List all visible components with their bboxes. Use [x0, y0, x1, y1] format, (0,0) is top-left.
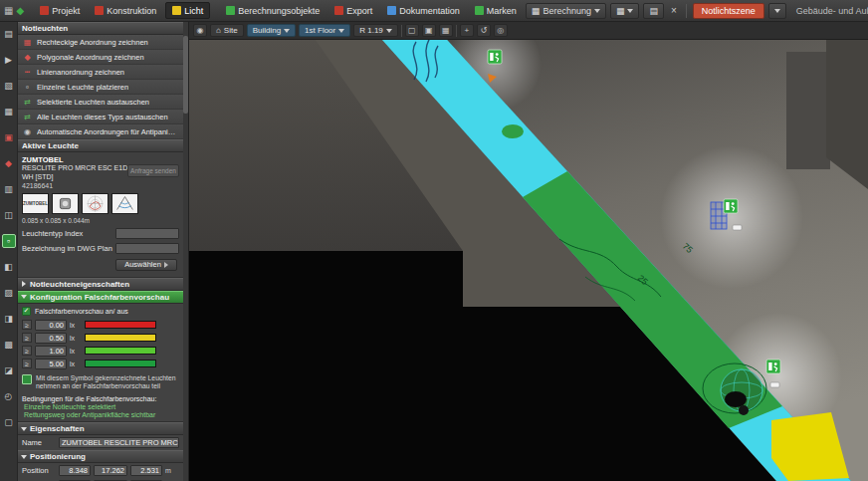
rail-luminaire-tool[interactable]: ◧: [2, 260, 16, 274]
brand-logo-thumbnail: ZUMTOBEL: [22, 193, 49, 214]
condition-2: Rettungsweg oder Antipanikfläche sichtba…: [22, 411, 179, 418]
tool-polygonale-anordnung[interactable]: ◆ Polygonale Anordnung zeichnen: [18, 50, 183, 65]
single-luminaire-icon: ▫: [22, 83, 33, 92]
floor-dropdown[interactable]: 1st Floor: [299, 24, 350, 37]
rail-texture-tool[interactable]: ▨: [2, 286, 16, 300]
tool-automatische-anordnungen[interactable]: ◉ Automatische Anordnungen für Antipanik…: [18, 124, 183, 139]
eigenschaften-header[interactable]: Eigenschaften: [18, 422, 183, 435]
tab-marken[interactable]: Marken: [469, 2, 523, 19]
emergency-exit-icon[interactable]: [488, 50, 502, 64]
tab-export[interactable]: Export: [328, 2, 378, 19]
rail-emergency-light-tool[interactable]: ▫: [2, 234, 16, 248]
rail-extra-tool[interactable]: ▢: [2, 415, 16, 429]
rail-surface-tool[interactable]: ▥: [2, 182, 16, 196]
swap-all-icon: ⇄: [22, 113, 33, 121]
rail-construction-tool[interactable]: ▧: [2, 79, 16, 93]
threshold-color-swatch[interactable]: [85, 321, 156, 329]
threshold-color-swatch[interactable]: [85, 360, 156, 367]
panel-scrollbar[interactable]: [183, 22, 188, 481]
position-y-input[interactable]: 17.262: [94, 465, 127, 476]
context-mode-label: Gebäude- und Außen...: [796, 6, 868, 16]
rail-pointer-tool[interactable]: ▶: [2, 53, 16, 67]
threshold-unit: lx: [70, 322, 82, 329]
berechnung-button[interactable]: ▦ Berechnung: [526, 3, 606, 19]
app-grid-icon[interactable]: ▦: [4, 5, 13, 17]
rail-layer-tool[interactable]: ▩: [2, 338, 16, 352]
wall-luminaire[interactable]: [770, 382, 779, 387]
rotate-view-icon[interactable]: ↺: [477, 24, 491, 37]
notleuchteneigenschaften-header[interactable]: Notleuchteneigenschaften: [18, 278, 183, 291]
scene-render[interactable]: 75 25 25: [189, 40, 868, 481]
tool-einzelne-leuchte[interactable]: ▫ Einzelne Leuchte platzieren: [18, 80, 183, 95]
notlichtszene-button[interactable]: Notlichtszene: [693, 3, 764, 19]
threshold-value-input[interactable]: 0.00: [35, 320, 67, 331]
wall-luminaire[interactable]: [733, 225, 742, 230]
threshold-row: ≥ 0.00 lx: [22, 319, 179, 332]
falschfarben-toggle-label: Falschfarbenvorschau an/ aus: [35, 308, 128, 315]
scene-dropdown[interactable]: [768, 3, 786, 19]
tab-berechnungsobjekte[interactable]: Berechnungsobjekte: [220, 2, 326, 19]
room-dropdown[interactable]: R 1.19: [353, 24, 398, 37]
tab-projekt[interactable]: Projekt: [34, 2, 86, 19]
berechnungsobjekte-icon: [226, 6, 235, 15]
tool-label: Alle Leuchten dieses Typs austauschen: [37, 113, 168, 121]
panel-title: Notleuchten: [18, 22, 183, 35]
view-frame-icon[interactable]: ▢: [405, 24, 419, 37]
threshold-value-input[interactable]: 5.00: [35, 359, 67, 369]
threshold-color-swatch[interactable]: [85, 334, 156, 342]
position-z-input[interactable]: 2.531: [130, 465, 162, 476]
rail-view-tool[interactable]: ◪: [2, 363, 16, 377]
rail-marker-tool[interactable]: ◆: [2, 156, 16, 170]
falschfarben-toggle-checkbox[interactable]: ✓: [22, 307, 31, 316]
dwg-bezeichnung-input[interactable]: [115, 243, 179, 254]
luminaire-thumbnails: ZUMTOBEL: [22, 193, 179, 214]
position-x-input[interactable]: 8.348: [59, 465, 91, 476]
zoom-in-icon[interactable]: +: [460, 24, 474, 37]
orbit-view-icon[interactable]: ◎: [494, 24, 508, 37]
threshold-color-swatch[interactable]: [85, 347, 156, 355]
viewport-3d[interactable]: ◉ ⌂ Site Building 1st Floor R 1.19 ▢ ▣ ▦: [189, 22, 868, 481]
tool-rechteckige-anordnung[interactable]: ▦ Rechteckige Anordnung zeichnen: [18, 35, 183, 50]
site-button[interactable]: ⌂ Site: [210, 24, 244, 37]
rail-clock-tool[interactable]: ◴: [2, 389, 16, 403]
threshold-value-input[interactable]: 1.00: [35, 346, 67, 357]
calc-options-button[interactable]: ▦: [610, 3, 640, 19]
notleuchten-panel: Notleuchten ▦ Rechteckige Anordnung zeic…: [18, 22, 189, 481]
view-grid-icon[interactable]: ▦: [439, 24, 453, 37]
rail-select-tool[interactable]: ▤: [2, 27, 16, 41]
position-label: Position: [22, 466, 56, 475]
tool-linienanordnung[interactable]: ┅ Linienanordnung zeichnen: [18, 65, 183, 80]
rect-array-icon: ▦: [22, 38, 33, 47]
auswaehlen-button[interactable]: Auswählen: [115, 259, 177, 271]
app-home-icon[interactable]: ◆: [16, 5, 24, 17]
tab-label: Export: [346, 6, 372, 16]
export-icon: [334, 6, 343, 15]
rail-material-tool[interactable]: ◨: [2, 312, 16, 326]
top-ribbon: ▦ ◆ Projekt Konstruktion Licht Berechnun…: [0, 0, 868, 22]
name-input[interactable]: ZUMTOBEL RESCLITE PRO MRCR ESC E1D WH [S: [59, 437, 179, 448]
tab-licht[interactable]: Licht: [165, 2, 210, 19]
emergency-exit-icon[interactable]: [724, 199, 738, 213]
visibility-icon[interactable]: ◉: [193, 24, 207, 37]
rail-calc-object-tool[interactable]: ▣: [2, 130, 16, 144]
building-dropdown[interactable]: Building: [247, 24, 296, 37]
threshold-value-input[interactable]: 0.50: [35, 333, 67, 344]
rail-grid-tool[interactable]: ▦: [2, 105, 16, 119]
anfrage-senden-button[interactable]: Anfrage senden: [127, 164, 179, 177]
tab-konstruktion[interactable]: Konstruktion: [89, 2, 162, 19]
view-solid-icon[interactable]: ▣: [422, 24, 436, 37]
falschfarben-header[interactable]: Konfiguration Falschfarbenvorschau: [18, 291, 183, 304]
panel-scrollbar-thumb[interactable]: [183, 36, 188, 114]
emergency-exit-icon[interactable]: [766, 360, 780, 373]
tab-dokumentation[interactable]: Dokumentation: [381, 2, 466, 19]
leuchtentyp-index-input[interactable]: [115, 228, 179, 239]
threshold-unit: lx: [70, 348, 82, 355]
tool-selektierte-austauschen[interactable]: ⇄ Selektierte Leuchten austauschen: [18, 95, 183, 110]
rail-furniture-tool[interactable]: ◫: [2, 208, 16, 222]
cancel-calculation-icon[interactable]: ×: [668, 5, 680, 16]
tool-alle-austauschen[interactable]: ⇄ Alle Leuchten dieses Typs austauschen: [18, 110, 183, 124]
ribbon-right-group: ▦ Berechnung ▦ ▤ × Notlichtszene Gebäude…: [526, 3, 868, 19]
positionierung-header[interactable]: Positionierung: [18, 450, 183, 463]
calc-list-button[interactable]: ▤: [643, 3, 664, 19]
tool-label: Linienanordnung zeichnen: [37, 68, 124, 77]
